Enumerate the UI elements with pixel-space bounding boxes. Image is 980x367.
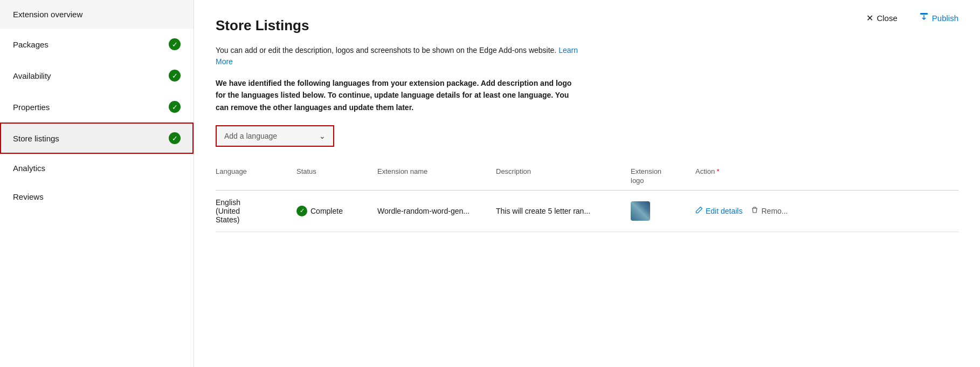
table-row: English(UnitedStates) ✓ Complete Wordle-… [216, 191, 958, 232]
sidebar-item-store-listings[interactable]: Store listings✓ [0, 123, 194, 154]
check-icon: ✓ [169, 132, 181, 144]
main-content: ✕ Close Publish Store Listings You can a… [194, 0, 980, 367]
sidebar-item-label: Packages [13, 40, 49, 49]
languages-table: Language Status Extension name Descripti… [216, 163, 958, 232]
top-bar: ✕ Close Publish [845, 0, 980, 36]
col-description: Description [496, 167, 631, 186]
info-text: We have identified the following languag… [216, 77, 582, 113]
description-text: You can add or edit the description, log… [216, 45, 582, 67]
chevron-down-icon: ⌄ [319, 132, 326, 140]
sidebar: Extension overviewPackages✓Availability✓… [0, 0, 194, 367]
add-language-label: Add a language [224, 132, 277, 140]
add-language-dropdown[interactable]: Add a language ⌄ [216, 125, 334, 147]
sidebar-item-extension-overview[interactable]: Extension overview [0, 0, 194, 29]
cell-extension-logo [631, 201, 695, 221]
svg-rect-0 [920, 13, 928, 15]
col-extension-logo: Extensionlogo [631, 167, 695, 186]
col-language: Language [216, 167, 296, 186]
edit-details-button[interactable]: Edit details [695, 206, 742, 215]
cell-action: Edit details Remo... [695, 206, 958, 215]
close-icon: ✕ [866, 13, 873, 23]
sidebar-item-label: Reviews [13, 192, 44, 201]
trash-icon [751, 206, 758, 215]
sidebar-item-label: Extension overview [13, 10, 82, 19]
publish-button[interactable]: Publish [915, 10, 963, 26]
publish-icon [919, 12, 929, 24]
sidebar-item-label: Availability [13, 71, 51, 80]
cell-description: This will create 5 letter ran... [496, 207, 631, 215]
sidebar-item-availability[interactable]: Availability✓ [0, 60, 194, 91]
table-header: Language Status Extension name Descripti… [216, 163, 958, 191]
close-button[interactable]: ✕ Close [862, 11, 901, 25]
sidebar-item-reviews[interactable]: Reviews [0, 182, 194, 211]
edit-details-label: Edit details [706, 207, 742, 215]
sidebar-item-label: Properties [13, 103, 50, 112]
check-icon: ✓ [169, 101, 181, 113]
check-icon: ✓ [169, 70, 181, 81]
sidebar-item-properties[interactable]: Properties✓ [0, 91, 194, 123]
remove-button[interactable]: Remo... [751, 206, 788, 215]
edit-icon [695, 206, 703, 215]
sidebar-item-label: Analytics [13, 164, 45, 173]
cell-language: English(UnitedStates) [216, 198, 296, 224]
publish-label: Publish [932, 13, 958, 23]
cell-extension-name: Wordle-random-word-gen... [377, 207, 496, 215]
check-icon: ✓ [169, 38, 181, 50]
close-label: Close [877, 13, 897, 23]
status-badge: ✓ Complete [296, 206, 371, 216]
action-buttons: Edit details Remo... [695, 206, 952, 215]
complete-check-icon: ✓ [296, 206, 307, 216]
sidebar-item-packages[interactable]: Packages✓ [0, 29, 194, 60]
status-label: Complete [310, 207, 343, 215]
extension-logo-thumbnail [631, 201, 650, 221]
sidebar-item-analytics[interactable]: Analytics [0, 154, 194, 182]
action-required-marker: * [717, 168, 720, 175]
cell-status: ✓ Complete [296, 206, 377, 216]
col-status: Status [296, 167, 377, 186]
remove-label: Remo... [761, 207, 788, 215]
sidebar-item-label: Store listings [13, 134, 59, 143]
col-action: Action * [695, 167, 958, 186]
col-extension-name: Extension name [377, 167, 496, 186]
